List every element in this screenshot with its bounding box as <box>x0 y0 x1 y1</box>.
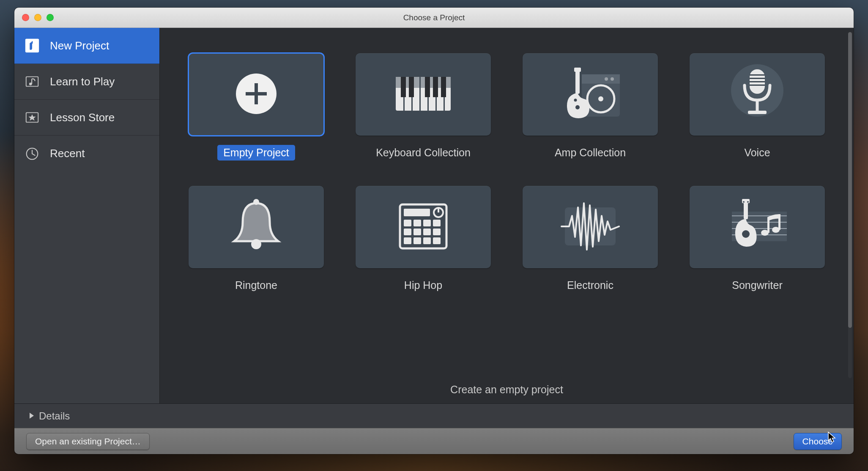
template-tile[interactable] <box>690 186 825 268</box>
svg-point-26 <box>605 77 608 81</box>
template-voice[interactable]: Voice <box>687 53 828 161</box>
svg-rect-51 <box>404 229 411 235</box>
keyboard-icon <box>385 60 461 129</box>
star-icon <box>24 109 41 126</box>
sidebar: New Project Learn to Play Lesson Store R… <box>14 28 160 403</box>
microphone-icon <box>719 60 795 129</box>
guitar-doc-icon <box>24 37 41 54</box>
sidebar-item-recent[interactable]: Recent <box>14 136 159 172</box>
template-label: Songwriter <box>726 278 789 293</box>
svg-rect-9 <box>246 92 267 95</box>
music-note-icon <box>24 73 41 90</box>
project-chooser-window: Choose a Project New Project Learn to Pl… <box>14 8 854 454</box>
svg-rect-50 <box>433 220 441 226</box>
template-scroll: Empty Project Keyboard Collection <box>160 28 854 378</box>
svg-point-41 <box>253 199 259 205</box>
scrollbar[interactable] <box>848 32 852 378</box>
svg-rect-55 <box>404 237 411 244</box>
template-electronic[interactable]: Electronic <box>520 186 661 293</box>
svg-rect-49 <box>423 220 431 226</box>
template-empty-project[interactable]: Empty Project <box>186 53 327 161</box>
svg-rect-24 <box>582 74 620 84</box>
guitar-notes-icon <box>719 193 795 262</box>
template-label: Amp Collection <box>549 145 632 161</box>
sidebar-item-label: Recent <box>50 147 85 160</box>
choose-label: Choose <box>802 436 833 446</box>
svg-rect-48 <box>413 220 421 226</box>
plus-icon <box>218 60 294 129</box>
svg-rect-21 <box>433 77 438 97</box>
sidebar-item-learn-to-play[interactable]: Learn to Play <box>14 64 159 100</box>
svg-rect-19 <box>409 77 414 97</box>
svg-rect-37 <box>750 81 765 82</box>
svg-rect-39 <box>756 100 759 111</box>
close-window-button[interactable] <box>22 14 29 21</box>
template-tile[interactable] <box>523 53 658 136</box>
svg-rect-53 <box>423 229 431 235</box>
template-ringtone[interactable]: Ringtone <box>186 186 327 293</box>
template-hip-hop[interactable]: Hip Hop <box>353 186 494 293</box>
template-label: Electronic <box>561 278 619 293</box>
svg-rect-30 <box>574 68 581 72</box>
template-tile[interactable] <box>690 53 825 136</box>
svg-point-28 <box>598 96 603 101</box>
scrollbar-thumb[interactable] <box>848 32 852 328</box>
svg-rect-46 <box>438 208 439 212</box>
template-tile[interactable] <box>356 186 491 268</box>
template-label: Ringtone <box>229 278 283 293</box>
body-area: New Project Learn to Play Lesson Store R… <box>14 28 854 403</box>
svg-rect-56 <box>413 237 421 244</box>
template-grid: Empty Project Keyboard Collection <box>186 53 828 293</box>
template-amp-collection[interactable]: Amp Collection <box>520 53 661 161</box>
svg-rect-57 <box>423 237 431 244</box>
svg-rect-22 <box>441 77 446 97</box>
svg-rect-29 <box>575 68 580 94</box>
sidebar-item-label: Learn to Play <box>50 75 115 88</box>
sidebar-item-label: Lesson Store <box>50 111 115 124</box>
svg-rect-40 <box>748 111 767 114</box>
svg-rect-38 <box>750 84 765 86</box>
window-controls <box>14 14 54 21</box>
titlebar: Choose a Project <box>14 8 854 28</box>
svg-point-32 <box>574 98 577 101</box>
choose-button[interactable]: Choose <box>794 433 842 450</box>
amp-guitar-icon <box>552 60 628 129</box>
clock-icon <box>24 145 41 162</box>
chevron-right-icon <box>29 410 35 422</box>
template-tile[interactable] <box>356 53 491 136</box>
svg-rect-1 <box>32 41 33 44</box>
template-label: Keyboard Collection <box>370 145 476 161</box>
template-label: Hip Hop <box>398 278 448 293</box>
drum-machine-icon <box>385 193 461 262</box>
details-disclosure[interactable]: Details <box>14 403 854 428</box>
svg-point-67 <box>743 201 745 203</box>
template-description: Create an empty project <box>160 378 854 403</box>
details-label: Details <box>39 410 70 422</box>
waveform-icon <box>552 193 628 262</box>
bell-icon <box>218 193 294 262</box>
svg-rect-4 <box>31 79 32 84</box>
svg-point-31 <box>575 105 580 109</box>
svg-rect-54 <box>433 229 441 235</box>
svg-point-42 <box>251 239 261 249</box>
svg-rect-36 <box>750 78 765 79</box>
template-label: Empty Project <box>217 145 295 161</box>
template-tile[interactable] <box>523 186 658 268</box>
svg-rect-52 <box>413 229 421 235</box>
template-keyboard-collection[interactable]: Keyboard Collection <box>353 53 494 161</box>
svg-rect-18 <box>401 77 406 97</box>
sidebar-item-new-project[interactable]: New Project <box>14 28 159 64</box>
maximize-window-button[interactable] <box>47 14 54 21</box>
sidebar-item-label: New Project <box>50 39 109 52</box>
svg-rect-20 <box>425 77 430 97</box>
svg-point-68 <box>747 201 749 203</box>
sidebar-item-lesson-store[interactable]: Lesson Store <box>14 100 159 136</box>
template-songwriter[interactable]: Songwriter <box>687 186 828 293</box>
main-area: Empty Project Keyboard Collection <box>160 28 854 403</box>
svg-rect-44 <box>404 209 430 216</box>
template-label: Voice <box>738 145 776 161</box>
minimize-window-button[interactable] <box>34 14 41 21</box>
open-existing-button[interactable]: Open an existing Project… <box>26 433 150 450</box>
template-tile[interactable] <box>189 53 324 136</box>
template-tile[interactable] <box>189 186 324 268</box>
